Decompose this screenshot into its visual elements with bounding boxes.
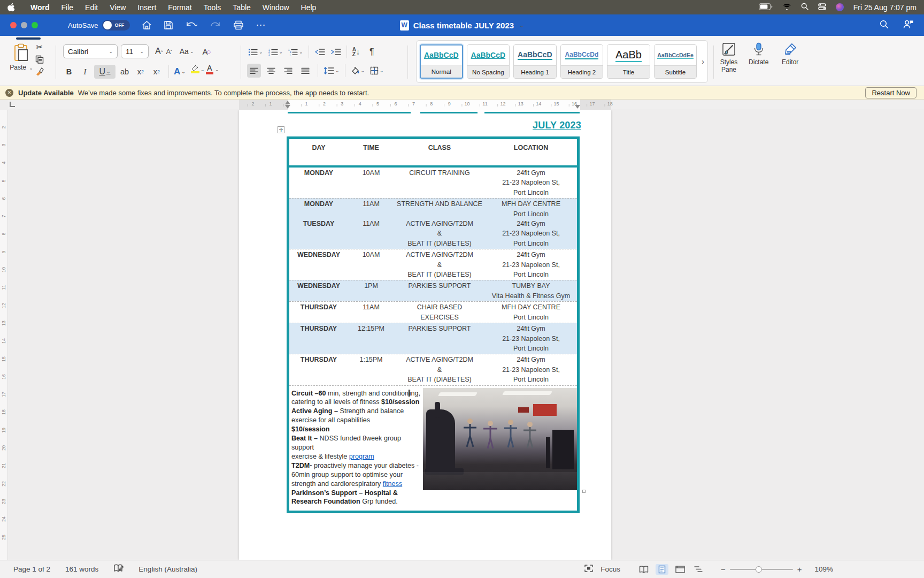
bold-button[interactable]: B — [62, 65, 76, 79]
tab-stop-selector[interactable] — [10, 102, 15, 107]
align-left-button[interactable] — [247, 64, 261, 78]
copy-button[interactable] — [35, 55, 44, 64]
more-toolbar-button[interactable]: ⋯ — [256, 19, 266, 31]
web-layout-view-button[interactable] — [674, 564, 687, 575]
style-heading-1[interactable]: AaBbCcD Heading 1 — [513, 44, 557, 79]
cut-button[interactable]: ✂ — [36, 42, 43, 52]
superscript-button[interactable]: x2 — [150, 65, 164, 79]
shading-button[interactable]: ⌄ — [351, 67, 365, 75]
zoom-window-button[interactable] — [32, 22, 38, 28]
autosave-toggle[interactable]: AutoSave OFF — [68, 20, 130, 31]
increase-font-size-button[interactable]: A^ — [155, 47, 163, 56]
control-center-icon[interactable] — [818, 3, 826, 12]
numbered-list-button[interactable]: 123⌄ — [268, 48, 283, 56]
align-right-button[interactable] — [281, 64, 295, 78]
read-mode-view-button[interactable] — [637, 564, 650, 575]
multilevel-list-button[interactable]: 1ai⌄ — [288, 48, 303, 56]
decrease-font-size-button[interactable]: Aˇ — [166, 48, 172, 56]
share-icon[interactable] — [903, 19, 914, 31]
restart-now-button[interactable]: Restart Now — [865, 87, 917, 98]
vertical-ruler[interactable]: 2345678910111213141516171819202122232425 — [0, 110, 8, 560]
italic-button[interactable]: I — [78, 65, 92, 79]
text-effects-button[interactable]: A ⌄ — [174, 66, 186, 77]
spotlight-search-icon[interactable] — [801, 3, 808, 12]
document-canvas[interactable]: 2345678910111213141516171819202122232425… — [0, 110, 924, 560]
left-indent-marker[interactable] — [285, 105, 290, 109]
align-center-button[interactable] — [264, 64, 278, 78]
zoom-slider[interactable] — [730, 569, 793, 570]
outline-view-button[interactable] — [692, 564, 705, 575]
fitness-link[interactable]: fitness — [383, 480, 402, 488]
print-layout-view-button[interactable] — [656, 564, 668, 575]
timetable-row[interactable]: MONDAY 11AM STRENGTH AND BALANCE MFH DAY… — [289, 198, 577, 249]
line-spacing-button[interactable]: ⌄ — [324, 67, 340, 74]
menubar-clock[interactable]: Fri 25 Aug 7:07 pm — [853, 3, 917, 12]
page-indicator[interactable]: Page 1 of 2 — [13, 565, 50, 573]
timetable-row[interactable]: WEDNESDAY 10AM ACTIVE AGING/T2DM & BEAT … — [289, 249, 577, 280]
editor-button[interactable]: Editor — [782, 42, 798, 66]
bullet-list-button[interactable]: ⌄ — [248, 48, 263, 56]
table-resize-handle[interactable] — [582, 490, 586, 493]
menu-help[interactable]: Help — [295, 3, 322, 12]
style-heading-2[interactable]: AaBbCcDd Heading 2 — [560, 44, 604, 79]
change-case-button[interactable]: Aa ⌄ — [180, 47, 194, 56]
zoom-in-button[interactable]: + — [797, 565, 802, 574]
font-name-select[interactable]: Calibri⌄ — [63, 44, 118, 58]
redo-button[interactable] — [211, 20, 221, 30]
zoom-percentage[interactable]: 109% — [814, 565, 833, 573]
horizontal-ruler[interactable]: 21123456789101112131415161718 — [8, 100, 924, 110]
class-descriptions-row[interactable]: Circuit –60 min, strength and conditioni… — [289, 385, 577, 511]
proofing-icon[interactable] — [113, 564, 124, 574]
style-subtitle[interactable]: AaBbCcDdEe Subtitle — [654, 44, 697, 79]
menu-table[interactable]: Table — [227, 3, 256, 12]
font-color-button[interactable]: A⌄ — [206, 64, 213, 80]
zoom-out-button[interactable]: − — [721, 565, 726, 574]
underline-button[interactable]: U ⌄ — [94, 65, 116, 79]
menu-word[interactable]: Word — [25, 3, 56, 12]
timetable-row[interactable]: MONDAY 10AM CIRCUIT TRAINING 24fit Gym 2… — [289, 168, 577, 198]
document-page[interactable]: JULY 2023 ✛ DAY TIME CLASS LOCATION MOND… — [239, 110, 611, 560]
menu-tools[interactable]: Tools — [198, 3, 227, 12]
document-title-menu[interactable]: W Class timetable JULY 2023 ⌄ — [400, 20, 525, 31]
search-icon[interactable] — [880, 20, 889, 31]
style-title[interactable]: AaBb Title — [607, 44, 650, 79]
home-button[interactable] — [142, 20, 152, 30]
decrease-indent-button[interactable] — [314, 48, 325, 56]
sort-button[interactable]: AZ↓ — [352, 47, 360, 57]
menu-window[interactable]: Window — [257, 3, 295, 12]
justify-button[interactable] — [298, 64, 312, 78]
timetable[interactable]: DAY TIME CLASS LOCATION MONDAY 10AM CIRC… — [287, 136, 580, 513]
language-indicator[interactable]: English (Australia) — [138, 565, 197, 573]
menu-format[interactable]: Format — [162, 3, 197, 12]
timetable-row[interactable]: WEDNESDAY 1PM PARKIES SUPPORT TUMBY BAY … — [289, 280, 577, 301]
close-window-button[interactable] — [10, 22, 17, 28]
focus-label[interactable]: Focus — [600, 565, 620, 573]
focus-icon[interactable] — [584, 565, 593, 574]
highlight-color-button[interactable]: ⌄ — [191, 65, 199, 79]
print-button[interactable] — [233, 20, 244, 30]
timetable-row[interactable]: THURSDAY 11AM CHAIR BASED EXERCISES MFH … — [289, 301, 577, 323]
format-painter-button[interactable] — [35, 67, 44, 75]
paste-button[interactable]: Paste ⌄ — [7, 43, 35, 71]
style-no-spacing[interactable]: AaBbCcD No Spacing — [467, 44, 510, 79]
dictate-button[interactable]: Dictate — [749, 42, 768, 66]
paragraph-marks-button[interactable]: ¶ — [369, 47, 374, 57]
timetable-row[interactable]: THURSDAY 12:15PM PARKIES SUPPORT 24fit G… — [289, 323, 577, 354]
menu-view[interactable]: View — [104, 3, 132, 12]
first-line-indent-marker[interactable] — [285, 101, 290, 104]
borders-button[interactable]: ⌄ — [370, 66, 384, 75]
menu-file[interactable]: File — [56, 3, 80, 12]
font-size-select[interactable]: 11⌄ — [121, 44, 149, 58]
wifi-icon[interactable] — [782, 3, 791, 12]
undo-button[interactable] — [185, 20, 199, 30]
styles-gallery-expand-icon[interactable]: › — [702, 57, 704, 66]
apple-menu-icon[interactable] — [7, 3, 15, 12]
style-normal[interactable]: AaBbCcD Normal — [420, 44, 463, 79]
clear-formatting-button[interactable]: A◇ — [202, 47, 211, 56]
menu-edit[interactable]: Edit — [79, 3, 104, 12]
class-descriptions[interactable]: Circuit –60 min, strength and conditioni… — [291, 388, 423, 507]
word-count[interactable]: 161 words — [65, 565, 98, 573]
battery-icon[interactable] — [759, 3, 773, 12]
program-link[interactable]: program — [349, 453, 374, 460]
increase-indent-button[interactable] — [330, 48, 341, 56]
